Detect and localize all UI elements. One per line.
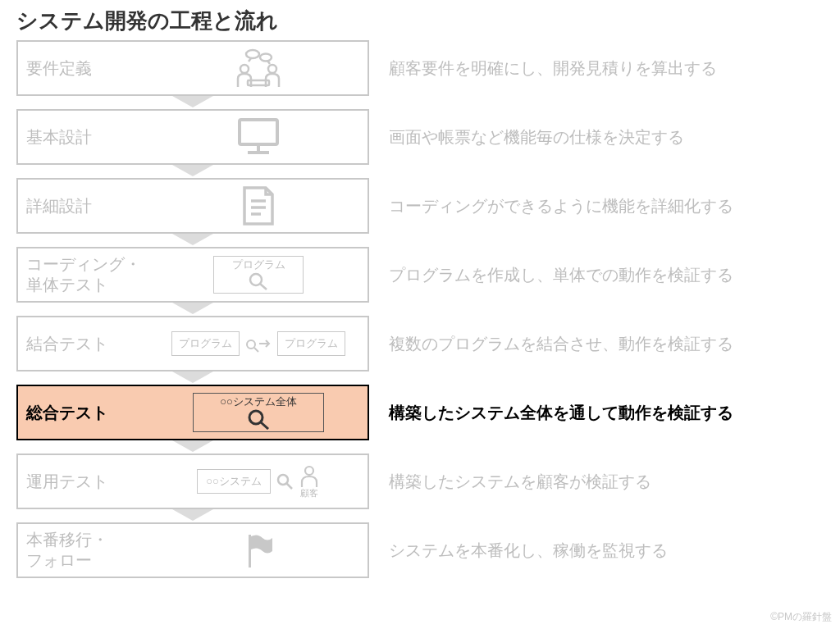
down-arrow-icon bbox=[16, 163, 369, 180]
down-arrow-icon bbox=[16, 94, 369, 111]
program-link-icon: プログラム プログラム bbox=[158, 321, 359, 367]
user-caption: 顧客 bbox=[300, 487, 318, 499]
stage-row: コーディング・ 単体テスト プログラム プログラムを作成し、単体での動作を検証す… bbox=[16, 247, 824, 303]
stage-row: 結合テスト プログラム プログラム 複数のプログラムを結合させ、動作を検証する bbox=[16, 316, 824, 371]
system-search-icon: ○○システム全体 bbox=[158, 390, 359, 435]
stage-box: 要件定義 bbox=[16, 40, 369, 96]
stage-box: 本番移行・ フォロー bbox=[16, 522, 369, 578]
svg-point-0 bbox=[240, 65, 249, 73]
svg-rect-20 bbox=[249, 535, 251, 567]
stage-desc: 顧客要件を明確にし、開発見積りを算出する bbox=[389, 57, 824, 80]
stage-box: 総合テスト ○○システム全体 bbox=[16, 385, 369, 440]
stage-desc: 画面や帳票など機能毎の仕様を決定する bbox=[389, 126, 824, 148]
svg-point-4 bbox=[260, 54, 272, 62]
stage-box: 結合テスト プログラム プログラム bbox=[16, 316, 369, 371]
down-arrow-icon bbox=[16, 232, 369, 248]
svg-line-16 bbox=[261, 422, 268, 429]
down-arrow-icon bbox=[16, 370, 369, 386]
svg-rect-5 bbox=[240, 120, 277, 144]
sub-label: プログラム bbox=[179, 337, 232, 350]
stage-row: 基本設計 画面や帳票など機能毎の仕様を決定する bbox=[16, 109, 824, 165]
svg-point-11 bbox=[250, 274, 262, 285]
stage-desc: コーディングができるように機能を詳細化する bbox=[389, 195, 824, 217]
stage-row: 詳細設計 コーディングができるように機能を詳細化する bbox=[16, 178, 824, 234]
stage-row: 本番移行・ フォロー システムを本番化し、稼働を監視する bbox=[16, 522, 824, 578]
down-arrow-icon bbox=[16, 301, 369, 317]
system-user-icon: ○○システム 顧客 bbox=[158, 458, 359, 504]
svg-point-1 bbox=[268, 65, 276, 73]
monitor-icon bbox=[158, 114, 359, 160]
svg-point-19 bbox=[305, 467, 313, 475]
stage-label: 運用テスト bbox=[26, 472, 158, 492]
user-icon bbox=[299, 464, 320, 489]
svg-line-14 bbox=[254, 348, 258, 352]
stage-desc: 複数のプログラムを結合させ、動作を検証する bbox=[389, 333, 824, 355]
stage-label: 総合テスト bbox=[26, 403, 158, 423]
credit-text: ©PMの羅針盤 bbox=[770, 610, 832, 624]
stage-row: 要件定義 顧客要件を明確にし、開発見積りを算出する bbox=[16, 40, 824, 96]
stage-desc: 構築したシステムを顧客が検証する bbox=[389, 471, 824, 493]
stage-box: 詳細設計 bbox=[16, 178, 369, 234]
stage-box: 基本設計 bbox=[16, 109, 369, 165]
svg-point-15 bbox=[249, 411, 262, 424]
magnify-icon bbox=[276, 472, 294, 490]
stage-row: 運用テスト ○○システム bbox=[16, 454, 824, 509]
page-title: システム開発の工程と流れ bbox=[16, 7, 824, 35]
stage-list: 要件定義 顧客要件を明確にし、開発見積りを算出する 基本設計 bbox=[16, 40, 824, 578]
down-arrow-icon bbox=[16, 439, 369, 455]
flag-icon bbox=[158, 527, 359, 573]
sub-label: ○○システム bbox=[206, 475, 262, 488]
stage-desc: プログラムを作成し、単体での動作を検証する bbox=[389, 264, 824, 286]
stage-desc: システムを本番化し、稼働を監視する bbox=[389, 540, 824, 562]
document-icon bbox=[158, 183, 359, 229]
sub-label: プログラム bbox=[285, 337, 338, 350]
stage-label: コーディング・ 単体テスト bbox=[26, 254, 158, 295]
stage-label: 基本設計 bbox=[26, 127, 158, 148]
stage-label: 本番移行・ フォロー bbox=[26, 530, 158, 571]
stage-box: コーディング・ 単体テスト プログラム bbox=[16, 247, 369, 303]
down-arrow-icon bbox=[16, 508, 369, 524]
stage-label: 詳細設計 bbox=[26, 196, 158, 217]
svg-point-13 bbox=[247, 340, 255, 349]
sub-label: ○○システム全体 bbox=[220, 395, 297, 408]
stage-row-active: 総合テスト ○○システム全体 構築したシステム全体を通して動作を検証する bbox=[16, 385, 824, 440]
program-search-icon: プログラム bbox=[158, 252, 359, 298]
sub-label: プログラム bbox=[232, 258, 285, 271]
stage-label: 要件定義 bbox=[26, 58, 158, 79]
svg-line-18 bbox=[286, 483, 292, 489]
meeting-icon bbox=[158, 45, 359, 91]
svg-line-12 bbox=[260, 284, 267, 289]
magnify-arrow-icon bbox=[244, 333, 272, 354]
svg-point-3 bbox=[246, 50, 259, 58]
stage-desc: 構築したシステム全体を通して動作を検証する bbox=[389, 402, 824, 424]
stage-box: 運用テスト ○○システム bbox=[16, 454, 369, 509]
stage-label: 結合テスト bbox=[26, 334, 158, 354]
